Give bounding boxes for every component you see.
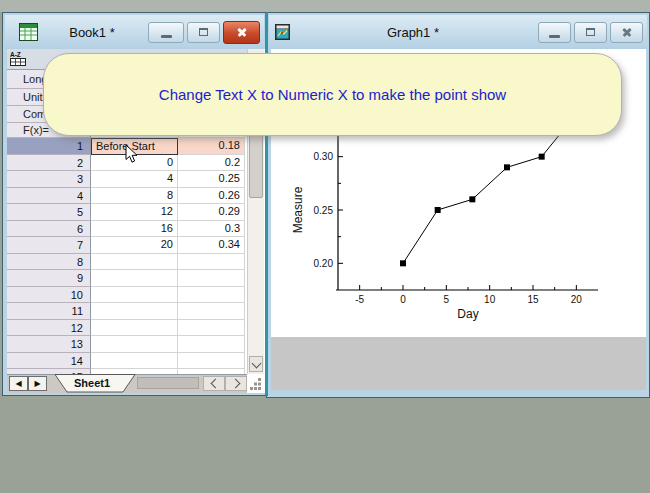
- graph-window-titlebar[interactable]: Graph1 *: [269, 15, 647, 49]
- hscroll-left-button[interactable]: [203, 376, 225, 391]
- row-header[interactable]: 11: [7, 303, 91, 320]
- row-header[interactable]: 3: [7, 171, 91, 188]
- graph-window-title: Graph1 *: [291, 25, 535, 40]
- row-header[interactable]: 12: [7, 320, 91, 337]
- cell-b[interactable]: [178, 336, 245, 353]
- cell-a[interactable]: 8: [91, 188, 178, 205]
- chevron-right-icon: [230, 379, 240, 389]
- graph-close-button[interactable]: [610, 22, 643, 43]
- cell-b[interactable]: 0.25: [178, 171, 245, 188]
- hint-balloon: Change Text X to Numeric X to make the p…: [43, 53, 622, 136]
- cell-a[interactable]: 4: [91, 171, 178, 188]
- resize-grip-icon[interactable]: [250, 378, 262, 390]
- cell-b[interactable]: 0.2: [178, 155, 245, 172]
- data-point: [435, 207, 441, 213]
- row-header[interactable]: 5: [7, 204, 91, 221]
- graph-window-icon: [275, 23, 291, 41]
- cell-a[interactable]: 16: [91, 221, 178, 238]
- worksheet-window-icon: [19, 23, 39, 42]
- tab-sheet1[interactable]: Sheet1: [49, 375, 135, 392]
- cell-b[interactable]: [178, 270, 245, 287]
- mouse-cursor: [124, 144, 138, 164]
- book-minimize-button[interactable]: [148, 22, 184, 43]
- cell-b[interactable]: 0.34: [178, 237, 245, 254]
- y-tick-label: 0.30: [314, 151, 334, 162]
- cell-b[interactable]: 0.3: [178, 221, 245, 238]
- graph-maximize-button[interactable]: [574, 22, 607, 43]
- row-header[interactable]: 4: [7, 188, 91, 205]
- data-point: [504, 164, 510, 170]
- cell-a[interactable]: [91, 303, 178, 320]
- cell-b[interactable]: [178, 287, 245, 304]
- maximize-icon: [586, 28, 595, 36]
- workspace-top-strip: [0, 0, 650, 12]
- x-tick-label: -5: [355, 294, 364, 305]
- cell-a[interactable]: [91, 254, 178, 271]
- graph-window-margin: [271, 337, 646, 390]
- maximize-icon: [199, 28, 208, 36]
- graph-minimize-button[interactable]: [538, 22, 571, 43]
- row-header[interactable]: 13: [7, 336, 91, 353]
- x-tick-label: 10: [484, 294, 496, 305]
- workbook-titlebar[interactable]: Book1 *: [5, 15, 264, 49]
- y-tick-label: 0.25: [314, 205, 334, 216]
- row-header[interactable]: 7: [7, 237, 91, 254]
- row-header[interactable]: 6: [7, 221, 91, 238]
- row-header[interactable]: 8: [7, 254, 91, 271]
- sort-az-icon[interactable]: A-Z: [10, 51, 29, 67]
- tab-strip-track: [137, 377, 199, 389]
- workbook-title: Book1 *: [39, 25, 145, 40]
- cell-a[interactable]: [91, 336, 178, 353]
- cell-b[interactable]: 0.26: [178, 188, 245, 205]
- data-point: [469, 196, 475, 202]
- cell-b[interactable]: 0.29: [178, 204, 245, 221]
- tab-scroll-right-button[interactable]: ▶: [28, 376, 47, 391]
- tab-scroll-left-button[interactable]: ◀: [9, 376, 28, 391]
- origin-workspace: Graph1 * -5051015200.200.250.30DayMeasur…: [0, 0, 650, 493]
- row-header[interactable]: 1: [7, 138, 91, 155]
- book-close-button[interactable]: [223, 21, 260, 44]
- close-icon: [621, 26, 633, 38]
- chevron-left-icon: [210, 379, 220, 389]
- row-header[interactable]: 14: [7, 353, 91, 370]
- cell-a[interactable]: [91, 353, 178, 370]
- row-header[interactable]: 9: [7, 270, 91, 287]
- y-tick-label: 0.20: [314, 258, 334, 269]
- cell-b[interactable]: [178, 254, 245, 271]
- x-tick-label: 15: [527, 294, 539, 305]
- cell-b[interactable]: [178, 303, 245, 320]
- close-icon: [236, 26, 248, 38]
- cell-b[interactable]: [178, 320, 245, 337]
- x-tick-label: 5: [444, 294, 450, 305]
- minimize-icon: [161, 35, 172, 38]
- book-maximize-button[interactable]: [187, 22, 220, 43]
- hint-text: Change Text X to Numeric X to make the p…: [159, 86, 506, 103]
- x-tick-label: 0: [400, 294, 406, 305]
- svg-text:A-Z: A-Z: [10, 51, 21, 58]
- scroll-down-button[interactable]: [249, 356, 263, 372]
- minimize-icon: [549, 35, 560, 38]
- x-tick-label: 20: [571, 294, 583, 305]
- hscroll-right-button[interactable]: [225, 376, 247, 391]
- row-header[interactable]: 2: [7, 155, 91, 172]
- data-point: [539, 154, 545, 160]
- cell-a[interactable]: 20: [91, 237, 178, 254]
- cell-a[interactable]: [91, 320, 178, 337]
- cell-a[interactable]: [91, 270, 178, 287]
- cell-b[interactable]: 0.18: [178, 138, 245, 155]
- x-axis-title: Day: [457, 307, 478, 321]
- row-header[interactable]: 10: [7, 287, 91, 304]
- y-axis-title: Measure: [291, 186, 305, 233]
- data-line: [403, 114, 576, 263]
- cell-a[interactable]: 12: [91, 204, 178, 221]
- cell-b[interactable]: [178, 353, 245, 370]
- chevron-down-icon: [251, 358, 261, 368]
- data-point: [400, 260, 406, 266]
- cell-a[interactable]: [91, 287, 178, 304]
